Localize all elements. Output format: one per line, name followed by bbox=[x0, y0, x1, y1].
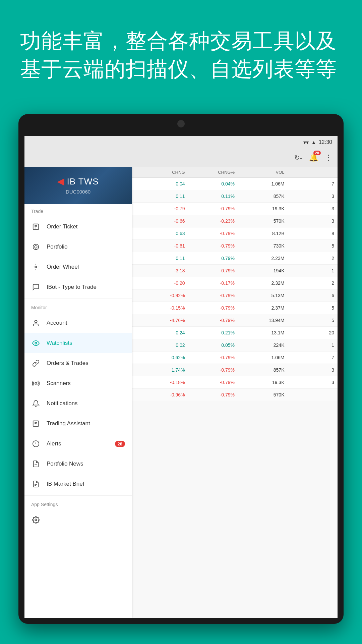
table-row[interactable]: -0.15% -0.79% 2.37M 5 bbox=[132, 302, 338, 314]
chng-cell: -4.76% bbox=[135, 318, 185, 323]
trading-assistant-label: Trading Assistant bbox=[47, 420, 125, 427]
vol-cell: 5.13M bbox=[235, 293, 285, 298]
table-row[interactable]: -0.79 -0.79% 19.3K 3 bbox=[132, 203, 338, 215]
extra-cell: 20 bbox=[285, 330, 335, 335]
portfolio-label: Portfolio bbox=[47, 244, 125, 250]
table-row[interactable]: 0.24 0.21% 13.1M 20 bbox=[132, 327, 338, 339]
extra-cell: 7 bbox=[285, 355, 335, 360]
divider-trade-monitor bbox=[24, 299, 132, 299]
signal-icon: ▲ bbox=[311, 140, 316, 145]
table-row[interactable]: 1.74% -0.79% 857K 3 bbox=[132, 364, 338, 376]
sidebar-item-order-wheel[interactable]: Order Wheel bbox=[24, 257, 132, 277]
chng-pct-cell: -0.79% bbox=[185, 367, 235, 373]
refresh-button[interactable]: ↻+ bbox=[294, 154, 302, 162]
extra-cell: 3 bbox=[285, 218, 335, 224]
divider-monitor-settings bbox=[24, 495, 132, 496]
sidebar-item-account[interactable]: Account bbox=[24, 313, 132, 333]
notifications-label: Notifications bbox=[47, 400, 125, 407]
portfolio-news-icon bbox=[31, 459, 41, 469]
chng-pct-cell: -0.79% bbox=[185, 293, 235, 298]
logo-text: IB TWS bbox=[67, 176, 99, 187]
table-row[interactable]: -3.18 -0.79% 194K 1 bbox=[132, 265, 338, 277]
table-row[interactable]: -0.20 -0.17% 2.32M 2 bbox=[132, 277, 338, 289]
sidebar-item-order-ticket[interactable]: Order Ticket bbox=[24, 217, 132, 237]
sidebar-item-portfolio[interactable]: Portfolio bbox=[24, 237, 132, 257]
extra-cell: 1 bbox=[285, 342, 335, 348]
extra-cell: 5 bbox=[285, 318, 335, 323]
chng-cell: -0.66 bbox=[135, 218, 185, 224]
table-row[interactable]: -0.18% -0.79% 19.3K 3 bbox=[132, 376, 338, 389]
sidebar-item-orders-trades[interactable]: Orders & Trades bbox=[24, 353, 132, 373]
table-row[interactable]: 0.02 0.05% 224K 1 bbox=[132, 339, 338, 352]
table-row[interactable]: -0.61 -0.79% 730K 5 bbox=[132, 240, 338, 252]
svg-point-8 bbox=[35, 266, 37, 268]
section-label-trade: Trade bbox=[24, 204, 132, 217]
notifications-icon bbox=[31, 399, 41, 408]
col-chng-pct: CHNG% bbox=[185, 170, 235, 175]
sidebar-item-settings[interactable] bbox=[24, 510, 132, 530]
sidebar-item-watchlists[interactable]: Watchlists bbox=[24, 333, 132, 353]
tablet-device: ▾▾ ▲ 12:30 ↻+ 🔔 28 ⋮ ◀ IB TWS bbox=[18, 114, 344, 624]
settings-icon bbox=[31, 515, 41, 525]
ib-market-brief-label: IB Market Brief bbox=[47, 481, 125, 487]
sidebar-item-alerts[interactable]: Alerts 28 bbox=[24, 434, 132, 454]
orders-trades-label: Orders & Trades bbox=[47, 360, 125, 367]
portfolio-icon bbox=[31, 242, 41, 252]
logo-icon: ◀ bbox=[57, 176, 64, 187]
table-row[interactable]: -0.96% -0.79% 570K bbox=[132, 389, 338, 401]
table-row[interactable]: 0.62% -0.79% 1.06M 7 bbox=[132, 352, 338, 364]
chng-cell: -0.92% bbox=[135, 293, 185, 298]
vol-cell: 19.3K bbox=[235, 380, 285, 385]
scanners-icon bbox=[31, 379, 41, 388]
extra-cell: 3 bbox=[285, 380, 335, 385]
chng-pct-cell: 0.79% bbox=[185, 256, 235, 261]
sidebar-item-portfolio-news[interactable]: Portfolio News bbox=[24, 454, 132, 474]
watchlists-label: Watchlists bbox=[47, 340, 125, 346]
main-content: ◀ IB TWS DUC00060 Trade Order Ticket bbox=[24, 167, 338, 618]
extra-cell bbox=[285, 392, 335, 397]
sidebar-item-scanners[interactable]: Scanners bbox=[24, 373, 132, 393]
vol-cell: 19.3K bbox=[235, 206, 285, 211]
chng-cell: 0.11 bbox=[135, 256, 185, 261]
chng-cell: -0.96% bbox=[135, 392, 185, 397]
col-chng: CHNG bbox=[135, 170, 185, 175]
table-row[interactable]: 0.11 0.79% 2.23M 2 bbox=[132, 252, 338, 265]
extra-cell: 7 bbox=[285, 181, 335, 186]
chng-cell: -0.20 bbox=[135, 280, 185, 286]
table-row[interactable]: -4.76% -0.79% 13.94M 5 bbox=[132, 314, 338, 327]
chng-cell: -0.18% bbox=[135, 380, 185, 385]
chng-cell: -0.15% bbox=[135, 305, 185, 311]
chng-cell: 0.11 bbox=[135, 194, 185, 199]
table-row[interactable]: 0.11 0.11% 857K 3 bbox=[132, 190, 338, 203]
vol-cell: 2.32M bbox=[235, 280, 285, 286]
svg-point-5 bbox=[35, 246, 37, 248]
sidebar-item-ibot[interactable]: IBot - Type to Trade bbox=[24, 277, 132, 297]
tablet-camera bbox=[177, 120, 185, 127]
more-options-button[interactable]: ⋮ bbox=[325, 153, 332, 162]
order-wheel-label: Order Wheel bbox=[47, 264, 125, 270]
table-row[interactable]: -0.66 -0.23% 570K 3 bbox=[132, 215, 338, 227]
col-vol: VOL bbox=[235, 170, 285, 175]
notification-button[interactable]: 🔔 28 bbox=[309, 153, 318, 162]
chng-cell: 0.62% bbox=[135, 355, 185, 360]
extra-cell: 6 bbox=[285, 293, 335, 298]
sidebar-item-ib-market-brief[interactable]: IB Market Brief bbox=[24, 474, 132, 494]
extra-cell: 3 bbox=[285, 194, 335, 199]
sidebar-logo: ◀ IB TWS bbox=[57, 176, 99, 187]
table-row[interactable]: 0.04 0.04% 1.06M 7 bbox=[132, 178, 338, 190]
vol-cell: 2.23M bbox=[235, 256, 285, 261]
section-label-app-settings: App Settings bbox=[24, 497, 132, 510]
header-text: 功能丰富，整合各种交易工具以及 基于云端的扫描仪、自选列表等等 bbox=[20, 27, 342, 83]
sidebar-item-notifications[interactable]: Notifications bbox=[24, 393, 132, 414]
vol-cell: 730K bbox=[235, 243, 285, 249]
chng-cell: 1.74% bbox=[135, 367, 185, 373]
user-id: DUC00060 bbox=[66, 189, 90, 195]
trading-assistant-icon bbox=[31, 419, 41, 428]
table-row[interactable]: 0.63 -0.79% 8.12B 8 bbox=[132, 227, 338, 240]
sidebar-item-trading-assistant[interactable]: Trading Assistant bbox=[24, 414, 132, 434]
extra-cell: 2 bbox=[285, 280, 335, 286]
order-ticket-icon bbox=[31, 222, 41, 231]
wifi-icon: ▾▾ bbox=[303, 139, 309, 146]
table-row[interactable]: -0.92% -0.79% 5.13M 6 bbox=[132, 289, 338, 302]
svg-point-11 bbox=[35, 382, 37, 384]
